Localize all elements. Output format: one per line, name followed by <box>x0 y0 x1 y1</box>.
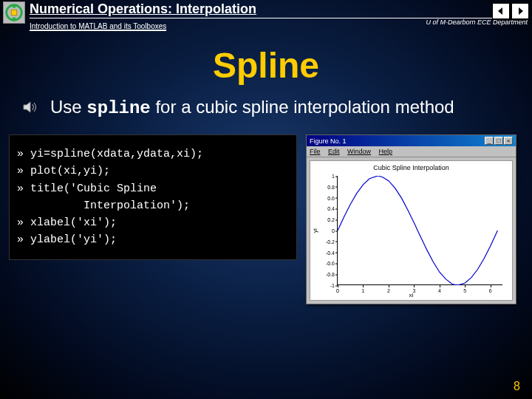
bullet-text: Use spline for a cubic spline interpolat… <box>50 96 454 120</box>
plot-curve <box>338 176 503 285</box>
xtick: 2 <box>387 288 390 293</box>
xtick: 1 <box>362 288 365 293</box>
menu-file[interactable]: File <box>310 148 321 155</box>
speaker-icon[interactable] <box>22 99 38 115</box>
bullet-post: for a cubic spline interpolation method <box>151 97 454 117</box>
nav-next-button[interactable] <box>511 3 529 19</box>
code-line: Interpolation'); <box>17 197 289 214</box>
menu-edit[interactable]: Edit <box>328 148 340 155</box>
ytick: -0.8 <box>317 272 335 277</box>
slide-title: Spline <box>0 45 532 86</box>
ytick: 0 <box>317 228 335 233</box>
code-line: » ylabel('yi'); <box>17 231 289 248</box>
department-label: U of M-Dearborn ECE Department <box>426 18 528 26</box>
figure-menubar: File Edit Window Help <box>307 146 516 157</box>
maximize-icon[interactable]: □ <box>494 137 503 145</box>
ytick: 0.4 <box>317 206 335 211</box>
bullet-code: spline <box>86 98 150 118</box>
ytick: -0.2 <box>317 239 335 244</box>
ytick: -1 <box>317 283 335 288</box>
logo-icon <box>3 1 25 24</box>
bullet-pre: Use <box>50 97 86 117</box>
plot-title: Cubic Spline Interpolation <box>310 161 512 171</box>
xtick: 5 <box>463 288 466 293</box>
code-line: » plot(xi,yi); <box>17 163 289 180</box>
ytick: -0.6 <box>317 261 335 266</box>
figure-window-title: Figure No. 1 <box>310 137 347 145</box>
svg-rect-1 <box>11 10 16 15</box>
nav-prev-button[interactable] <box>492 3 510 19</box>
header-subtitle: Introduction to MATLAB and its Toolboxes <box>30 22 166 31</box>
minimize-icon[interactable]: _ <box>485 137 494 145</box>
close-icon[interactable]: × <box>504 137 513 145</box>
code-line: » xlabel('xi'); <box>17 214 289 231</box>
header-title: Numerical Operations: Interpolation <box>30 1 492 18</box>
ytick: 0.6 <box>317 195 335 200</box>
code-panel: » yi=spline(xdata,ydata,xi); » plot(xi,y… <box>9 134 297 260</box>
ytick: 1 <box>317 174 335 179</box>
ytick: 0.2 <box>317 217 335 222</box>
page-number: 8 <box>514 380 520 393</box>
ytick: -0.4 <box>317 250 335 255</box>
menu-window[interactable]: Window <box>347 148 371 155</box>
plot-area: Cubic Spline Interpolation yi xi -1-0.8-… <box>310 160 513 301</box>
xtick: 3 <box>412 288 415 293</box>
xtick: 4 <box>438 288 441 293</box>
code-line: » yi=spline(xdata,ydata,xi); <box>17 146 289 163</box>
xtick: 0 <box>336 288 339 293</box>
code-line: » title('Cubic Spline <box>17 180 289 197</box>
xtick: 6 <box>489 288 492 293</box>
ytick: 0.8 <box>317 184 335 189</box>
menu-help[interactable]: Help <box>379 148 393 155</box>
figure-window: Figure No. 1 _ □ × File Edit Window Help… <box>306 134 516 304</box>
